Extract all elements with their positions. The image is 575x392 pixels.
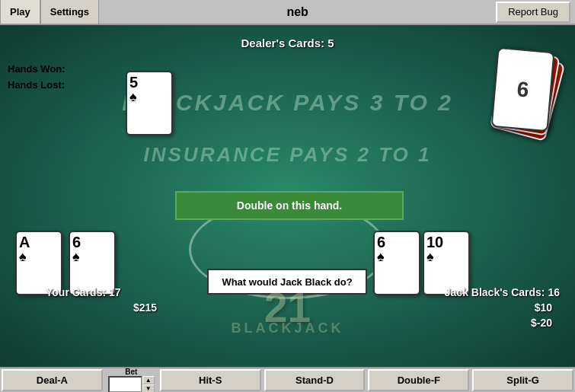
dealer-card-suit: ♠ [129, 90, 169, 104]
hands-lost-label: Hands Lost: [8, 79, 65, 91]
top-bar: Play Settings neb Report Bug [0, 0, 575, 25]
insurance-pays-text: INSURANCE PAYS 2 TO 1 [0, 143, 575, 167]
hands-won-row: Hands Won: [8, 63, 65, 75]
bet-increment-button[interactable]: ▲ [142, 376, 155, 384]
jb-money2-label: $-20 [531, 317, 552, 329]
jb-card-six-suit: ♠ [377, 250, 417, 263]
bet-decrement-button[interactable]: ▼ [142, 384, 155, 392]
user-label: neb [99, 5, 496, 19]
hands-won-label: Hands Won: [8, 63, 65, 75]
report-bug-button[interactable]: Report Bug [496, 2, 570, 23]
jb-card-ten-suit: ♠ [426, 250, 466, 263]
game-area: Hands Won: Hands Lost: Dealer's Cards: 5… [0, 25, 575, 367]
player-card-ace-suit: ♠ [19, 250, 59, 263]
bet-input[interactable] [108, 376, 142, 392]
dealer-card-rank: 5 [129, 75, 169, 90]
hit-button[interactable]: Hit-S [160, 369, 261, 391]
jb-cards-label: Jack Black's Cards: 16 [445, 286, 560, 298]
player-cards-label: Your Cards: 17 [46, 286, 121, 298]
player-card-six-suit: ♠ [72, 250, 112, 263]
double-button[interactable]: Double-F [368, 369, 469, 391]
stand-button[interactable]: Stand-D [264, 369, 366, 391]
logo-watermark: 21 BLACKJACK [232, 283, 344, 336]
player-card-six-rank: 6 [72, 234, 112, 250]
double-popup: Double on this hand. [175, 191, 404, 220]
player-card-ace-rank: A [19, 234, 59, 250]
deal-button[interactable]: Deal-A [2, 369, 103, 391]
blackjack-pays-text: BLACKJACK PAYS 3 TO 2 [0, 90, 575, 116]
bet-spinner: ▲ ▼ [108, 376, 155, 392]
bet-container: Bet ▲ ▼ [108, 368, 155, 392]
dealer-info: Dealer's Cards: 5 [241, 37, 334, 49]
play-menu-button[interactable]: Play [0, 0, 40, 24]
logo-blackjack: BLACKJACK [232, 320, 344, 336]
hands-lost-row: Hands Lost: [8, 79, 65, 91]
jb-card-six: 6 ♠ [373, 231, 420, 295]
player-money-label: $215 [133, 301, 157, 314]
dealer-card: 5 ♠ [126, 71, 173, 135]
jb-card-six-rank: 6 [377, 234, 417, 250]
deck-container: 6 [491, 48, 560, 139]
settings-menu-button[interactable]: Settings [40, 0, 99, 24]
deck-card-face: 6 [491, 47, 555, 132]
double-popup-text: Double on this hand. [237, 199, 342, 212]
jb-card-ten-rank: 10 [426, 234, 466, 250]
split-button[interactable]: Split-G [472, 369, 573, 391]
bet-arrows: ▲ ▼ [142, 376, 155, 392]
jb-money1-label: $10 [535, 301, 552, 314]
bet-label: Bet [125, 368, 137, 376]
bottom-bar: Deal-A Bet ▲ ▼ Hit-S Stand-D Double-F Sp… [0, 367, 575, 392]
